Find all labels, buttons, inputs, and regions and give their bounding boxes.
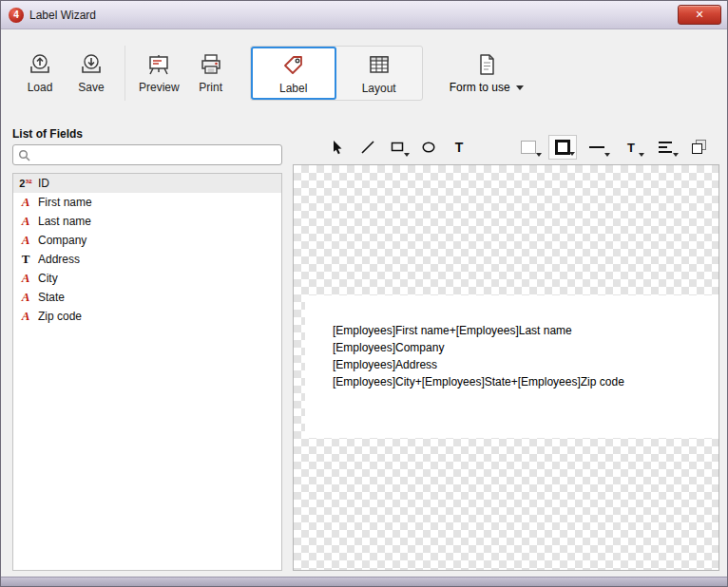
font-style-icon: T — [627, 142, 635, 154]
view-tab-group: Label Layout — [250, 46, 423, 101]
preview-icon — [146, 52, 171, 77]
form-document-icon — [475, 52, 498, 77]
border-color-button[interactable] — [548, 135, 577, 160]
field-row-last-name[interactable]: Last name — [13, 212, 281, 231]
font-style-button[interactable]: T — [617, 135, 645, 160]
field-name: ID — [38, 177, 49, 190]
main-toolbar: Load Save Preview — [14, 35, 718, 111]
text-tool-icon: T — [455, 141, 464, 154]
chevron-down-icon — [516, 85, 524, 90]
tab-layout-text: Layout — [362, 82, 396, 95]
field-name: Address — [38, 253, 80, 266]
label-line: [Employees]Company — [333, 339, 709, 356]
field-row-address[interactable]: Address — [13, 250, 281, 269]
field-name: Zip code — [38, 310, 82, 323]
label-design-canvas[interactable]: [Employees]First name+[Employees]Last na… — [293, 164, 719, 571]
window-frame-bottom — [1, 577, 727, 586]
line-width-icon — [589, 146, 604, 148]
alpha-field-icon — [17, 213, 34, 230]
line-tool-button[interactable] — [355, 135, 380, 160]
tab-label[interactable]: Label — [251, 47, 336, 100]
preview-label: Preview — [139, 81, 180, 94]
form-to-use-button[interactable]: Form to use — [450, 52, 524, 94]
alpha-field-icon — [17, 308, 34, 325]
longint-field-icon — [17, 175, 34, 192]
save-label: Save — [78, 81, 104, 94]
pointer-icon — [329, 139, 346, 156]
label-wizard-window: 4 Label Wizard ✕ Load — [0, 0, 728, 587]
tab-label-text: Label — [279, 82, 307, 95]
app-logo-icon: 4 — [9, 8, 24, 23]
field-list: ID First name Last name Company Address … — [12, 173, 282, 571]
text-field-icon — [17, 251, 34, 268]
tab-layout[interactable]: Layout — [336, 47, 422, 100]
layout-grid-icon — [367, 52, 392, 77]
text-tool-button[interactable]: T — [447, 135, 471, 160]
alpha-field-icon — [17, 232, 34, 249]
chevron-down-icon — [569, 152, 575, 156]
select-tool-button[interactable] — [325, 135, 350, 160]
print-icon — [199, 52, 223, 77]
chevron-down-icon — [536, 153, 542, 157]
alignment-button[interactable] — [651, 135, 680, 160]
fields-panel-title: List of Fields — [12, 127, 83, 141]
form-to-use-label: Form to use — [450, 81, 510, 94]
alpha-field-icon — [17, 270, 34, 287]
oval-tool-button[interactable] — [416, 135, 441, 160]
chevron-down-icon — [604, 153, 610, 157]
line-tool-icon — [359, 139, 376, 156]
save-icon — [79, 52, 104, 77]
titlebar: 4 Label Wizard ✕ — [1, 1, 727, 29]
rectangle-tool-button[interactable] — [386, 135, 411, 160]
oval-tool-icon — [420, 139, 437, 156]
field-name: Company — [38, 234, 86, 247]
field-row-first-name[interactable]: First name — [13, 193, 281, 212]
chevron-down-icon — [673, 153, 679, 157]
alpha-field-icon — [17, 289, 34, 306]
label-line: [Employees]City+[Employees]State+[Employ… — [333, 373, 709, 390]
preview-button[interactable]: Preview — [133, 48, 185, 98]
draw-toolbar: T T — [293, 132, 719, 162]
alpha-field-icon — [17, 194, 34, 211]
load-label: Load — [28, 81, 53, 94]
duplicate-button[interactable] — [685, 135, 714, 160]
search-input[interactable] — [34, 146, 277, 163]
save-button[interactable]: Save — [66, 48, 117, 98]
field-row-zip-code[interactable]: Zip code — [13, 307, 281, 326]
field-row-city[interactable]: City — [13, 269, 281, 288]
window-title: Label Wizard — [29, 9, 96, 22]
line-width-button[interactable] — [583, 135, 611, 160]
fill-color-swatch-icon — [521, 141, 536, 154]
alignment-icon — [659, 142, 672, 153]
field-row-state[interactable]: State — [13, 288, 281, 307]
fill-color-button[interactable] — [514, 135, 543, 160]
border-color-swatch-icon — [555, 140, 570, 155]
close-icon: ✕ — [695, 9, 703, 21]
duplicate-layers-icon — [692, 140, 707, 155]
toolbar-separator — [125, 46, 125, 101]
close-button[interactable]: ✕ — [678, 5, 721, 25]
field-name: First name — [38, 196, 92, 209]
chevron-down-icon — [639, 153, 644, 157]
label-tag-icon — [281, 52, 306, 77]
label-line: [Employees]Address — [333, 356, 709, 373]
field-name: City — [38, 272, 58, 285]
search-icon — [18, 149, 30, 161]
field-row-id[interactable]: ID — [13, 174, 281, 193]
field-row-company[interactable]: Company — [13, 231, 281, 250]
load-icon — [28, 52, 52, 77]
field-search-box — [12, 144, 282, 165]
label-line: [Employees]First name+[Employees]Last na… — [333, 322, 709, 339]
label-preview-area[interactable]: [Employees]First name+[Employees]Last na… — [305, 295, 718, 438]
print-label: Print — [199, 81, 222, 94]
field-name: State — [38, 291, 65, 304]
field-name: Last name — [38, 215, 91, 228]
style-tools-group: T — [514, 135, 719, 160]
load-button[interactable]: Load — [14, 48, 66, 98]
chevron-down-icon — [404, 153, 410, 157]
print-button[interactable]: Print — [185, 48, 237, 98]
